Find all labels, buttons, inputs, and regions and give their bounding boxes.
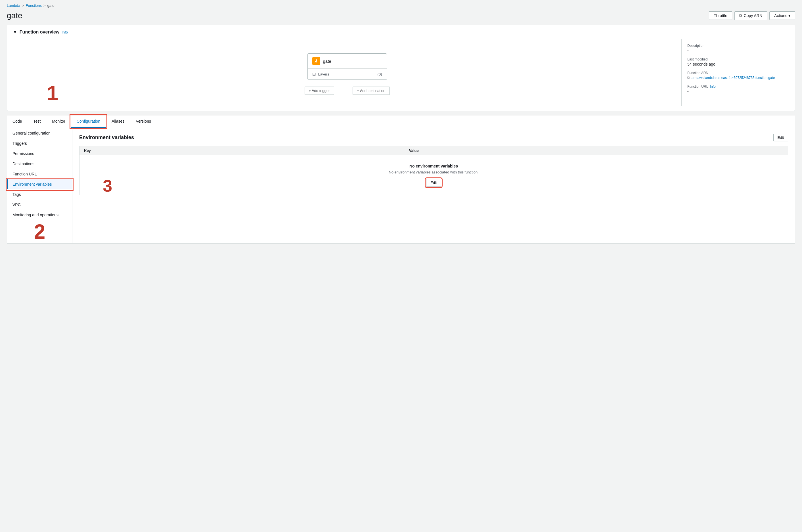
no-data-title: No environment variables (88, 164, 779, 168)
actions-label: Actions (774, 13, 787, 18)
nav-vpc[interactable]: VPC (7, 200, 72, 210)
last-modified-meta: Last modified 54 seconds ago (687, 57, 784, 66)
page-title: gate (7, 11, 22, 20)
card-header: ▼ Function overview Info (13, 30, 789, 35)
page-header: gate Throttle ⧉ Copy ARN Actions ▾ (0, 9, 802, 25)
no-data-cell: No environment variables No environment … (79, 155, 788, 195)
header-actions: Throttle ⧉ Copy ARN Actions ▾ (709, 11, 795, 20)
config-layout: General configuration Triggers Permissio… (7, 128, 795, 244)
annotation-1: 1 (47, 83, 58, 103)
last-modified-value: 54 seconds ago (687, 62, 715, 66)
throttle-button[interactable]: Throttle (709, 11, 732, 20)
collapse-icon[interactable]: ▼ (13, 30, 17, 35)
function-box-header: λ gate (308, 54, 387, 69)
function-box: λ gate ⊞ Layers (0) (307, 53, 387, 80)
breadcrumb-sep1: > (22, 3, 24, 8)
function-url-meta: Function URL Info - (687, 84, 784, 94)
function-overview-info-link[interactable]: Info (62, 30, 68, 34)
function-overview-title: Function overview (20, 30, 59, 35)
nav-permissions[interactable]: Permissions (7, 149, 72, 159)
tab-aliases[interactable]: Aliases (106, 116, 130, 128)
config-main: Environment variables Edit Key Value No … (72, 128, 795, 243)
env-table: Key Value No environment variables No en… (79, 146, 788, 195)
last-modified-label: Last modified (687, 57, 784, 61)
layers-label: Layers (318, 72, 329, 76)
layers-left: ⊞ Layers (312, 72, 329, 77)
col-key: Key (79, 146, 404, 155)
description-meta: Description - (687, 44, 784, 53)
copy-arn-label: Copy ARN (744, 13, 762, 18)
add-destination-label: + Add destination (357, 89, 385, 93)
section-title: Environment variables (79, 135, 134, 140)
tab-versions[interactable]: Versions (130, 116, 157, 128)
breadcrumb-lambda[interactable]: Lambda (7, 3, 20, 8)
edit-button-top[interactable]: Edit (773, 134, 788, 141)
no-data-row: No environment variables No environment … (79, 155, 788, 195)
annotation-2: 2 (7, 220, 72, 243)
lambda-icon: λ (312, 57, 320, 65)
nav-environment-variables[interactable]: Environment variables (7, 179, 72, 189)
annotation-3: 3 (103, 176, 112, 195)
description-label: Description (687, 44, 784, 48)
tab-test[interactable]: Test (27, 116, 46, 128)
nav-function-url[interactable]: Function URL (7, 169, 72, 179)
section-header: Environment variables Edit (79, 134, 788, 141)
function-arn-label: Function ARN (687, 71, 784, 75)
actions-chevron-icon: ▾ (788, 13, 790, 18)
lambda-symbol: λ (315, 58, 318, 63)
actions-button[interactable]: Actions ▾ (769, 11, 795, 20)
overview-sidebar: Description - Last modified 54 seconds a… (681, 39, 789, 106)
breadcrumb-current: gate (47, 3, 55, 8)
function-box-layers: ⊞ Layers (0) (308, 69, 387, 79)
tab-monitor[interactable]: Monitor (46, 116, 71, 128)
add-destination-button[interactable]: + Add destination (352, 87, 389, 95)
diagram-buttons: + Add trigger + Add destination (293, 87, 401, 95)
arn-row: ⧉ arn:aws:lambda:us-east-1:469725248735:… (687, 76, 784, 80)
add-trigger-button[interactable]: + Add trigger (305, 87, 334, 95)
config-sidebar: General configuration Triggers Permissio… (7, 128, 72, 243)
nav-destinations[interactable]: Destinations (7, 159, 72, 169)
description-value: - (687, 48, 689, 53)
overview-content: 1 λ gate ⊞ Layers (0) (13, 39, 789, 106)
col-value: Value (404, 146, 788, 155)
tab-code[interactable]: Code (7, 116, 27, 128)
function-name-text: gate (323, 59, 331, 63)
breadcrumb: Lambda > Functions > gate (0, 0, 802, 9)
function-overview-card: ▼ Function overview Info 1 λ gate (7, 25, 795, 111)
breadcrumb-sep2: > (43, 3, 46, 8)
nav-tags[interactable]: Tags (7, 189, 72, 200)
overview-diagram: 1 λ gate ⊞ Layers (0) (13, 39, 681, 106)
edit-button-bottom[interactable]: Edit (426, 179, 441, 187)
function-url-label: Function URL Info (687, 84, 784, 89)
copy-arn-button[interactable]: ⧉ Copy ARN (734, 11, 767, 20)
function-url-value: - (687, 89, 689, 94)
tab-configuration[interactable]: Configuration (71, 116, 106, 128)
no-data-subtitle: No environment variables associated with… (88, 170, 779, 174)
layers-count: (0) (378, 72, 382, 76)
function-arn-value: arn:aws:lambda:us-east-1:469725248735:fu… (691, 76, 775, 80)
function-url-info-link[interactable]: Info (710, 84, 716, 89)
nav-triggers[interactable]: Triggers (7, 138, 72, 149)
tabs-bar: Code Test Monitor Configuration Aliases … (7, 116, 795, 128)
arn-copy-icon[interactable]: ⧉ (687, 76, 690, 80)
nav-monitoring-operations[interactable]: Monitoring and operations (7, 210, 72, 220)
function-arn-meta: Function ARN ⧉ arn:aws:lambda:us-east-1:… (687, 71, 784, 80)
layers-icon: ⊞ (312, 72, 316, 77)
breadcrumb-functions[interactable]: Functions (26, 3, 42, 8)
copy-icon: ⧉ (739, 13, 742, 18)
add-trigger-label: + Add trigger (309, 89, 330, 93)
nav-general-configuration[interactable]: General configuration (7, 128, 72, 138)
